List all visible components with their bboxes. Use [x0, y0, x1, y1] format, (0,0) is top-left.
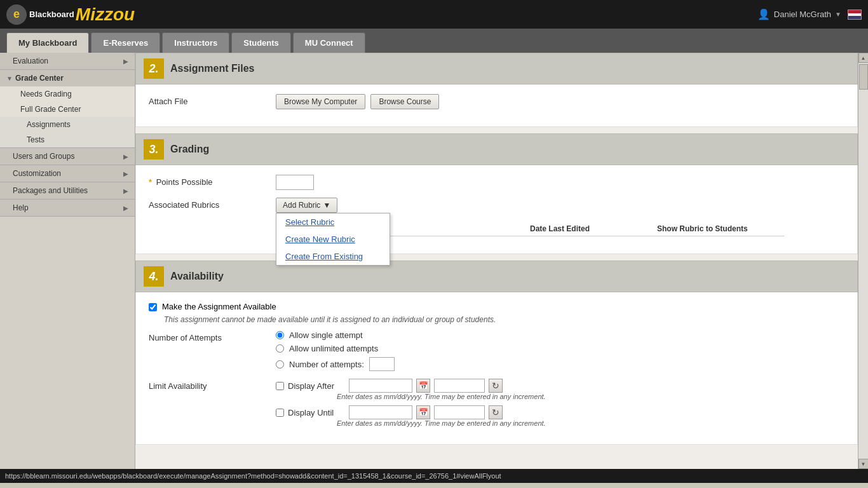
bb-logo-icon: e	[6, 4, 27, 25]
rubric-dropdown-arrow-icon: ▼	[323, 201, 330, 210]
number-attempts-label: Number of Attempts	[149, 330, 276, 342]
user-area: 👤 Daniel McGrath ▼	[757, 8, 862, 20]
sidebar-item-full-grade-center[interactable]: Full Grade Center	[0, 102, 135, 117]
blackboard-text: Blackboard	[29, 10, 74, 19]
display-until-label: Display Until	[288, 408, 345, 417]
display-until-time-input[interactable]	[434, 405, 485, 419]
tab-students[interactable]: Students	[231, 32, 291, 53]
display-until-refresh-icon[interactable]: ↻	[489, 405, 503, 419]
sidebar-item-customization[interactable]: Customization ▶	[0, 165, 135, 182]
section3-number: 3.	[144, 139, 164, 159]
display-until-date-input[interactable]	[349, 405, 412, 419]
section4-number: 4.	[144, 266, 164, 287]
scrollbar-thumb[interactable]	[859, 64, 868, 90]
make-available-label: Make the Assignment Available	[162, 302, 276, 311]
sidebar-section-users-groups: Users and Groups ▶	[0, 148, 135, 165]
single-attempt-radio[interactable]	[276, 331, 284, 339]
associated-rubrics-label: Associated Rubrics	[149, 198, 276, 210]
evaluation-arrow-icon: ▶	[123, 58, 128, 65]
display-after-calendar-icon[interactable]: 📅	[416, 379, 430, 393]
create-new-rubric-item[interactable]: Create New Rubric	[276, 231, 390, 248]
points-input[interactable]	[276, 175, 314, 190]
make-available-row: Make the Assignment Available	[149, 302, 844, 311]
display-after-checkbox[interactable]	[276, 382, 284, 390]
display-after-container: Display After 📅 ↻ Enter dates as mm/dd/y…	[276, 379, 546, 400]
scroll-down-button[interactable]: ▼	[858, 459, 869, 469]
display-until-checkbox[interactable]	[276, 409, 284, 417]
flag-icon	[848, 10, 862, 20]
attach-file-label: Attach File	[149, 94, 276, 106]
display-after-row: Display After 📅 ↻	[276, 379, 546, 393]
sidebar-section-grade-center: ▼ Grade Center Needs Grading Full Grade …	[0, 70, 135, 148]
required-star: *	[149, 177, 152, 187]
sidebar: Evaluation ▶ ▼ Grade Center Needs Gradin…	[0, 53, 135, 469]
tab-my-blackboard[interactable]: My Blackboard	[6, 32, 89, 53]
sidebar-item-needs-grading[interactable]: Needs Grading	[0, 86, 135, 102]
sidebar-item-grade-center[interactable]: ▼ Grade Center	[0, 70, 135, 86]
attach-file-controls: Browse My Computer Browse Course	[276, 94, 844, 109]
make-available-hint: This assignment cannot be made available…	[164, 315, 844, 324]
section2-number: 2.	[144, 58, 164, 79]
display-until-calendar-icon[interactable]: 📅	[416, 405, 430, 419]
tab-e-reserves[interactable]: E-Reserves	[91, 32, 160, 53]
points-possible-row: * Points Possible	[149, 175, 844, 190]
limit-availability-label: Limit Availability	[149, 379, 276, 391]
section3-title: Grading	[170, 144, 209, 155]
display-after-hint: Enter dates as mm/dd/yyyy. Time may be e…	[337, 393, 546, 400]
sidebar-item-help[interactable]: Help ▶	[0, 200, 135, 216]
number-attempts-controls: Allow single attempt Allow unlimited att…	[276, 330, 844, 371]
sidebar-item-evaluation[interactable]: Evaluation ▶	[0, 53, 135, 69]
make-available-checkbox[interactable]	[149, 303, 157, 311]
limit-availability-controls: Display After 📅 ↻ Enter dates as mm/dd/y…	[276, 379, 844, 427]
customization-arrow-icon: ▶	[123, 170, 128, 177]
points-possible-label: * Points Possible	[149, 175, 276, 187]
section2-form: Attach File Browse My Computer Browse Co…	[135, 85, 858, 127]
display-after-label: Display After	[288, 381, 345, 391]
user-dropdown-arrow[interactable]: ▼	[835, 11, 841, 18]
limit-availability-row: Limit Availability Display After 📅 ↻	[149, 379, 844, 427]
sidebar-section-customization: Customization ▶	[0, 165, 135, 182]
select-rubric-item[interactable]: Select Rubric	[276, 214, 390, 231]
display-until-container: Display Until 📅 ↻ Enter dates as mm/dd/y…	[276, 405, 546, 427]
section4-form: Make the Assignment Available This assig…	[135, 292, 858, 445]
section2-header: 2. Assignment Files	[135, 53, 858, 85]
display-after-time-input[interactable]	[434, 379, 485, 393]
nav-tabs: My Blackboard E-Reserves Instructors Stu…	[0, 29, 868, 53]
tab-mu-connect[interactable]: MU Connect	[293, 32, 365, 53]
number-attempts-radio-row: Number of attempts:	[276, 357, 395, 371]
single-attempt-row: Allow single attempt	[276, 330, 395, 340]
date-edited-col: Date Last Edited	[530, 224, 657, 233]
create-from-existing-item[interactable]: Create From Existing	[276, 248, 390, 265]
users-groups-arrow-icon: ▶	[123, 153, 128, 160]
sidebar-item-packages[interactable]: Packages and Utilities ▶	[0, 182, 135, 199]
packages-arrow-icon: ▶	[123, 187, 128, 194]
number-attempts-radio[interactable]	[276, 360, 284, 369]
display-until-row: Display Until 📅 ↻	[276, 405, 546, 419]
attempts-count-input[interactable]	[369, 357, 395, 371]
browse-course-button[interactable]: Browse Course	[370, 94, 439, 109]
section4-header: 4. Availability	[135, 261, 858, 292]
add-rubric-button[interactable]: Add Rubric ▼	[276, 198, 337, 213]
status-url: https://bblearn.missouri.edu/webapps/bla…	[5, 472, 501, 480]
number-attempts-row: Number of Attempts Allow single attempt …	[149, 330, 844, 371]
tab-instructors[interactable]: Instructors	[162, 32, 229, 53]
limit-avail-rows: Display After 📅 ↻ Enter dates as mm/dd/y…	[276, 379, 546, 427]
top-header: e Blackboard Mizzou 👤 Daniel McGrath ▼	[0, 0, 868, 29]
sidebar-section-help: Help ▶	[0, 200, 135, 217]
display-after-date-input[interactable]	[349, 379, 412, 393]
sidebar-section-packages: Packages and Utilities ▶	[0, 182, 135, 200]
unlimited-attempts-radio[interactable]	[276, 344, 284, 353]
scroll-up-button[interactable]: ▲	[858, 53, 869, 63]
help-arrow-icon: ▶	[123, 205, 128, 212]
sidebar-item-users-groups[interactable]: Users and Groups ▶	[0, 148, 135, 165]
sidebar-item-assignments[interactable]: Assignments	[0, 117, 135, 132]
show-students-col: Show Rubric to Students	[657, 224, 784, 233]
sidebar-item-tests[interactable]: Tests	[0, 132, 135, 147]
points-possible-controls	[276, 175, 844, 190]
section2-title: Assignment Files	[170, 63, 254, 74]
browse-computer-button[interactable]: Browse My Computer	[276, 94, 365, 109]
display-after-refresh-icon[interactable]: ↻	[489, 379, 503, 393]
rubric-dropdown-container: Add Rubric ▼ Select Rubric Create New Ru…	[276, 198, 337, 213]
scrollbar-track: ▲ ▼	[858, 53, 868, 469]
attach-file-row: Attach File Browse My Computer Browse Co…	[149, 94, 844, 109]
